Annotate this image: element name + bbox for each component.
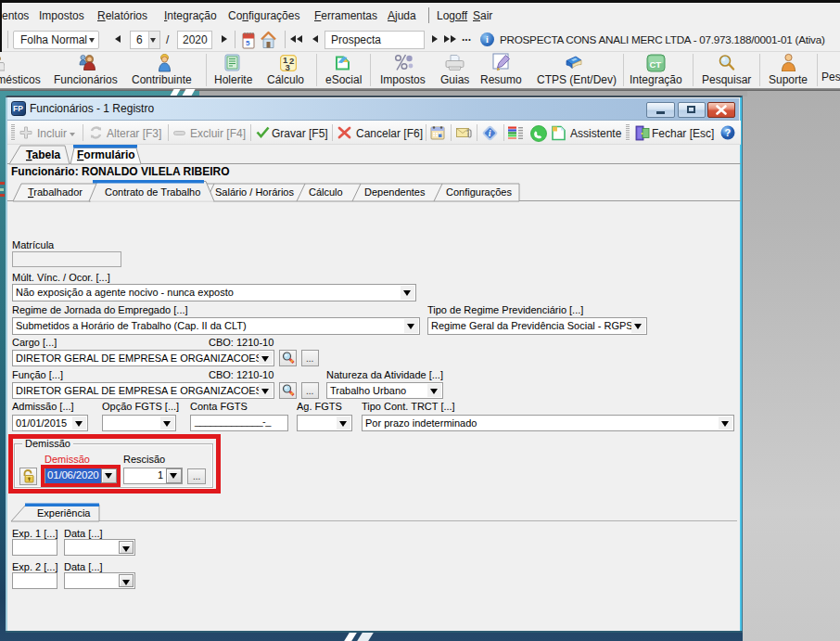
- svg-text:Contrato de Trabalho: Contrato de Trabalho: [105, 186, 200, 198]
- svg-text:Salário / Horários: Salário / Horários: [215, 186, 294, 198]
- svg-text:CT: CT: [650, 59, 662, 70]
- svg-text:Trabalhador: Trabalhador: [28, 186, 83, 198]
- svg-text:3: 3: [286, 62, 290, 72]
- svg-text:Configurações: Configurações: [446, 186, 512, 198]
- svg-text:Dependentes: Dependentes: [364, 186, 426, 198]
- svg-text:?: ?: [725, 127, 732, 138]
- svg-text:Experiência: Experiência: [37, 507, 91, 519]
- svg-text:Formulário: Formulário: [77, 148, 135, 161]
- svg-text:Cálculo: Cálculo: [309, 186, 343, 198]
- svg-text:i: i: [489, 128, 491, 138]
- svg-text:Tabela: Tabela: [26, 148, 60, 161]
- svg-text:5: 5: [246, 39, 250, 47]
